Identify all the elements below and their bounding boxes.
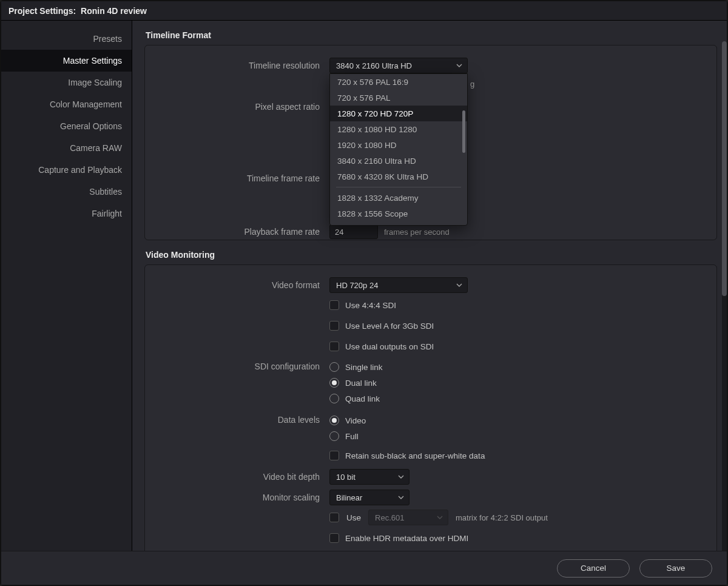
radio-sdi-dual[interactable] [329,378,339,388]
dropdown-option[interactable]: 720 x 576 PAL 16:9 [330,74,467,90]
sidebar-label: Image Scaling [68,78,122,87]
select-timeline-resolution[interactable]: 3840 x 2160 Ultra HD [329,58,468,73]
chevron-down-icon [437,516,443,519]
label-pixel-aspect-ratio: Pixel aspect ratio [160,102,329,112]
dropdown-option[interactable]: 3840 x 2160 Ultra HD [330,153,467,169]
checkbox-retain-sub-black[interactable] [329,451,339,460]
checkbox-label: Enable HDR metadata over HDMI [345,534,468,543]
checkbox-use-level-a[interactable] [329,321,339,331]
checkbox-use-dual-outputs[interactable] [329,342,339,351]
project-settings-window: Project Settings: Ronin 4D review Preset… [0,0,728,586]
checkbox-label: Use [346,513,361,522]
label-sdi-configuration: SDI configuration [160,360,329,371]
sidebar-item-fairlight[interactable]: Fairlight [1,203,132,224]
sidebar-label: Color Management [50,99,122,109]
select-video-format[interactable]: HD 720p 24 [329,277,468,293]
checkbox-label: Use Level A for 3Gb SDI [345,322,434,331]
sidebar-label: Fairlight [92,209,122,218]
sidebar-label: Subtitles [89,187,122,197]
sidebar-label: Capture and Playback [38,165,122,175]
select-value: Bilinear [336,493,362,502]
label-timeline-frame-rate: Timeline frame rate [160,173,329,183]
section-title-timeline-format: Timeline Format [146,30,717,40]
radio-sdi-quad[interactable] [329,394,339,403]
label-timeline-resolution: Timeline resolution [160,61,329,70]
main-content: Timeline Format Timeline resolution 3840… [132,21,727,551]
label-playback-frame-rate: Playback frame rate [160,227,329,237]
sidebar-label: Presets [93,34,122,44]
select-value: Rec.601 [375,513,404,522]
dropdown-option[interactable]: 1280 x 720 HD 720P [330,106,467,121]
chevron-down-icon [398,496,404,499]
section-title-video-monitoring: Video Monitoring [146,250,717,260]
dropdown-option[interactable]: 1920 x 1080 HD [330,137,467,153]
sidebar-item-subtitles[interactable]: Subtitles [1,181,132,203]
radio-sdi-single[interactable] [329,362,339,372]
main-scrollbar-thumb[interactable] [722,41,727,296]
dropdown-option[interactable]: 7680 x 4320 8K Ultra HD [330,169,467,184]
chevron-down-icon [456,283,462,287]
dropdown-option[interactable]: 1280 x 1080 HD 1280 [330,121,467,137]
radio-label: Full [345,432,359,441]
label-fps-suffix: frames per second [384,227,450,237]
panel-video-monitoring: Video format HD 720p 24 Use 4:4:4 SDI [144,264,717,551]
select-value: 10 bit [336,473,356,482]
dropdown-option[interactable]: 1828 x 1556 Scope [330,206,467,221]
dropdown-timeline-resolution[interactable]: 720 x 576 PAL 16:9 720 x 576 PAL 1280 x … [329,73,468,226]
select-value: HD 720p 24 [336,281,378,290]
chevron-down-icon [398,475,404,479]
checkbox-label: Use 4:4:4 SDI [345,301,396,310]
footer: Cancel Save [1,551,727,585]
dropdown-separator [336,187,461,187]
select-video-bit-depth[interactable]: 10 bit [329,469,410,485]
checkbox-label: Retain sub-black and super-white data [345,451,485,460]
dropdown-option[interactable]: 1828 x 1332 Academy [330,190,467,206]
project-name: Ronin 4D review [81,6,147,16]
sidebar-item-image-scaling[interactable]: Image Scaling [1,72,132,93]
radio-data-video[interactable] [329,416,339,425]
sidebar-item-color-management[interactable]: Color Management [1,93,132,115]
obscured-text: g [470,79,474,89]
checkbox-use-matrix[interactable] [329,513,339,522]
checkbox-enable-hdr[interactable] [329,533,339,543]
sidebar-item-presets[interactable]: Presets [1,28,132,50]
select-value: 3840 x 2160 Ultra HD [336,61,412,70]
label-matrix-suffix: matrix for 4:2:2 SDI output [456,513,548,522]
label-video-bit-depth: Video bit depth [160,472,329,482]
sidebar-label: Master Settings [63,56,122,66]
save-button[interactable]: Save [639,559,712,578]
radio-data-full[interactable] [329,431,339,441]
dropdown-scrollbar[interactable] [462,110,465,153]
input-playback-frame-rate[interactable] [329,224,378,239]
checkbox-label: Use dual outputs on SDI [345,342,434,351]
sidebar-item-general-options[interactable]: General Options [1,115,132,137]
sidebar-item-master-settings[interactable]: Master Settings [1,50,132,72]
main-scrollbar-track[interactable] [722,41,727,551]
sidebar: Presets Master Settings Image Scaling Co… [1,21,132,551]
sidebar-label: General Options [60,121,122,131]
label-monitor-scaling: Monitor scaling [160,493,329,502]
radio-label: Dual link [345,379,377,388]
sidebar-item-capture-playback[interactable]: Capture and Playback [1,159,132,181]
title-prefix: Project Settings: [8,6,76,16]
sidebar-item-camera-raw[interactable]: Camera RAW [1,137,132,159]
checkbox-use-444-sdi[interactable] [329,300,339,310]
radio-label: Single link [345,363,383,372]
chevron-down-icon [456,64,462,67]
sidebar-label: Camera RAW [70,143,122,153]
radio-label: Video [345,416,366,425]
titlebar: Project Settings: Ronin 4D review [1,1,727,21]
dropdown-option[interactable]: 720 x 576 PAL [330,90,467,106]
radio-label: Quad link [345,394,380,403]
panel-timeline-format: Timeline resolution 3840 x 2160 Ultra HD… [144,45,717,240]
label-data-levels: Data levels [160,413,329,425]
cancel-button[interactable]: Cancel [557,559,630,578]
label-video-format: Video format [160,280,329,290]
select-monitor-scaling[interactable]: Bilinear [329,490,410,505]
select-matrix[interactable]: Rec.601 [368,510,448,525]
